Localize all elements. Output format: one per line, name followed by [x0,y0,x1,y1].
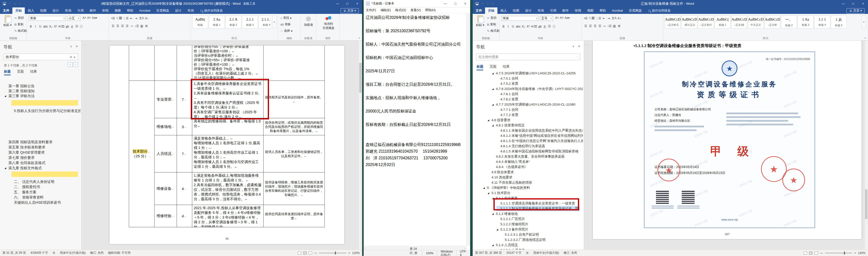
justify-icon[interactable]: ☰ [125,24,129,28]
menu-格式(O)[interactable]: 格式(O) [393,8,408,12]
numbering-icon[interactable]: ⒈☰ [588,16,595,20]
underline-icon[interactable]: U [511,25,515,28]
find-button[interactable]: ⌕查找 ▾ [280,16,291,20]
justify-icon[interactable]: ☰ [598,24,602,28]
language-indicator[interactable]: 简体中文(中国大陆) [533,251,559,255]
asian-layout-icon[interactable]: 文A [611,16,617,20]
minimize-button[interactable]: — [838,0,848,7]
nav-heading-item[interactable]: 5.1.3 人员情况◢ [473,243,583,248]
ribbon-tab-开始[interactable]: 开始 [485,7,497,14]
sort-icon[interactable]: A↕ [145,17,149,20]
shading-icon[interactable]: ▨ [612,24,617,28]
nav-heading-item[interactable]: 4.7.6.2 发票 [473,97,583,102]
maximize-button[interactable]: □ [342,0,352,7]
collapse-arrow-icon[interactable]: ◢ [496,228,498,231]
nav-heading-item[interactable]: 关键岗位人员HSE培训承诺书 [0,200,81,205]
ribbon-tab-设计[interactable]: 设计 [172,7,185,14]
zoom-in-icon[interactable]: + [854,251,856,255]
italic-icon[interactable]: I [33,25,38,28]
np-close-button[interactable]: × [460,0,470,7]
cut-button[interactable]: ✂剪切 [487,16,496,20]
collapse-ribbon-icon[interactable]: ˄ [865,36,866,39]
style-chip-标题 4[interactable]: 1.1 1标题 4 [814,16,830,28]
multilevel-icon[interactable]: ⋮☰ [123,17,129,20]
style-chip-标题 3[interactable]: 2.1.1标题 3 [242,16,258,28]
nav-close-icon[interactable]: ✕ [75,45,78,48]
nav-heading-item[interactable]: 5.1.2.2 维修间照片 [473,222,583,227]
menu-查看(V)[interactable]: 查看(V) [408,8,423,12]
style-chip-标题 3[interactable]: 1 Aa标题 3 [798,16,813,28]
increase-indent-icon[interactable]: ⇥ [134,17,138,20]
search-hit-highlight[interactable] [11,171,78,177]
collapse-arrow-icon[interactable]: ◢ [4,167,6,169]
font-color-icon[interactable]: A̲ [542,25,547,28]
superscript-icon[interactable]: X² [53,25,58,28]
save-icon[interactable] [476,2,478,5]
save-to-baidu-button[interactable]: 保存到百度网盘 [321,16,335,30]
copy-button[interactable]: ⧉复制 [487,22,496,27]
undo-icon[interactable]: ↶ [481,2,484,5]
underline-icon[interactable]: U [38,25,42,28]
menu-编辑(E)[interactable]: 编辑(E) [378,8,393,12]
ribbon-tab-审阅[interactable]: 审阅 [99,7,112,14]
next-result-button[interactable]: ˅ [73,62,78,67]
read-mode-icon[interactable] [804,252,807,255]
nav-heading-item[interactable]: 4.8.2 未发生重大质量、安全和环保事故承诺函 [473,154,583,159]
align-right-icon[interactable]: ☰ [593,24,597,28]
ribbon-tab-帮助[interactable]: 帮助 [596,7,609,14]
shrink-font-icon[interactable]: A˅ [560,16,564,20]
ribbon-tab-开始[interactable]: 开始 [12,7,25,14]
nav-close-icon[interactable]: ✕ [578,45,580,48]
numbering-icon[interactable]: ⒈☰ [116,16,122,20]
maximize-button[interactable]: □ [848,0,858,7]
nav-heading-item[interactable]: 二、 法定代表人身份证明 [0,179,81,184]
notepad-vertical-scrollbar[interactable] [466,13,470,246]
document-canvas[interactable]: ▪5.1.1.2 制冷空调设备维修企业服务资质等级证书：甲级资质 统一证书编号：… [589,40,864,250]
nav-heading-item[interactable]: 4.7.7.1 合同 [473,107,583,112]
menu-帮助(H)[interactable]: 帮助(H) [423,8,438,12]
highlight-color-icon[interactable]: a̲b [65,25,69,28]
title-bar[interactable]: ↶ ↻ ▾ 辽福-制冷设备维修-投标文件 - Word — □ × [473,0,868,7]
nav-heading-item[interactable]: 4.7.6 2024年制冷设备维修（中央空调）LHYT-SGCYC-2024-C… [473,86,583,91]
format-painter-button[interactable]: ✎格式刷 [14,29,27,33]
nav-heading-item[interactable]: 第四章 招标说明及资料要求 [0,140,81,144]
decrease-indent-icon[interactable]: ⇤ [602,17,606,20]
nav-heading-item[interactable]: 4.8.1.1 未被全国企业信用信息系统中列入严重违法失信名单 [473,128,583,133]
superscript-icon[interactable]: X² [526,25,530,28]
nav-heading-item[interactable]: 5.1.2 维修场地◢ [473,211,583,216]
notepad-title-bar[interactable]: *无标题 - 记事本 —□× [364,0,470,7]
collapse-arrow-icon[interactable]: ◢ [492,88,494,90]
nav-heading-item[interactable]: 4.8.1.3 在“中国执行信息公开网”未被列入失信被执行人名单 [473,138,583,143]
nav-heading-item[interactable]: 第一章 招标公告 [0,84,81,88]
nav-tab-标题[interactable]: 标题 [4,69,11,75]
format-painter-button[interactable]: ✎格式刷 [487,29,499,33]
zoom-out-icon[interactable]: — [314,251,317,255]
nav-heading-item[interactable]: 六、 资格审查资料 [0,195,81,200]
collapse-arrow-icon[interactable]: ◢ [492,244,494,246]
ribbon-tab-设计[interactable]: 设计 [522,7,534,14]
save-icon[interactable] [3,2,6,5]
vertical-ruler[interactable] [584,45,589,250]
ribbon-tab-审阅[interactable]: 审阅 [572,7,584,14]
word-count[interactable]: 4/26435 个字 [30,251,48,255]
nav-heading-item[interactable]: 第七章 报价要求 [0,155,81,160]
nav-heading-item[interactable]: 5.1 技术部分◢ [473,190,583,196]
zoom-level[interactable]: 140% [858,251,866,255]
nav-tab-结果[interactable]: 结果 [30,69,37,75]
nav-tab-标题[interactable]: 标题 [476,64,483,70]
line-spacing-icon[interactable]: ↕☰ [134,24,139,28]
zoom-in-icon[interactable]: + [348,251,350,255]
collapse-arrow-icon[interactable]: ◢ [488,192,489,194]
ribbon-tab-邮件[interactable]: 邮件 [559,7,572,14]
zoom-slider[interactable] [319,253,346,253]
enclose-char-icon[interactable]: ㊀ [552,24,556,28]
document-page[interactable]: ▪5.1.1.2 制冷空调设备维修企业服务资质等级证书：甲级资质 统一证书编号：… [593,40,862,239]
ribbon-tab-绘图[interactable]: 绘图 [510,7,522,14]
customize-qat-icon[interactable]: ▾ [492,2,493,5]
ribbon-tab-插入[interactable]: 插入 [497,7,510,14]
nav-heading-item[interactable]: 4.7.5.1 合同 [473,76,583,81]
nav-heading-item[interactable]: 5.1.2.3.2 厂房场地情况证明 [473,237,583,243]
nav-heading-item[interactable]: 第三章 评标办法◢ [0,93,81,98]
collapse-arrow-icon[interactable]: ◢ [492,212,494,215]
nav-dropdown-icon[interactable]: ∨ [70,45,72,48]
